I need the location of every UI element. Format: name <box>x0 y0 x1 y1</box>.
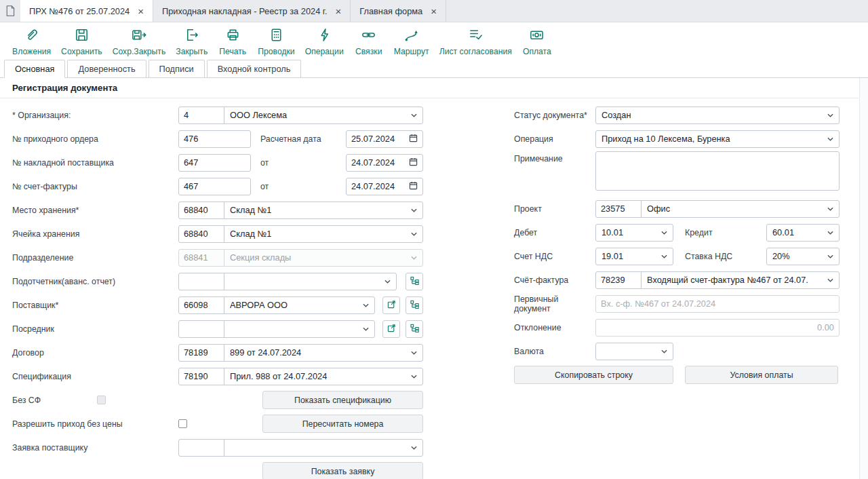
links-button[interactable]: Связки <box>354 27 384 56</box>
close-tab-icon[interactable]: × <box>335 6 341 16</box>
print-button[interactable]: Печать <box>218 27 248 56</box>
contract-code-input[interactable] <box>178 344 224 362</box>
approval-sheet-button[interactable]: Лист согласования <box>439 27 512 56</box>
department-value: Секция склады <box>230 252 407 263</box>
order-no-input[interactable] <box>178 130 251 148</box>
tab-main[interactable]: Основная <box>4 60 65 78</box>
recalculate-numbers-button[interactable]: Пересчитать номера <box>262 415 423 433</box>
specification-label: Спецификация <box>12 372 178 381</box>
supplier-request-code-input[interactable] <box>178 439 224 457</box>
vat-account-select[interactable]: 19.01 <box>595 248 673 265</box>
storage-cell-label: Ячейка хранения <box>12 229 178 239</box>
accountable-tree-button[interactable] <box>406 273 423 290</box>
supplier-open-button[interactable] <box>382 296 400 314</box>
route-button[interactable]: Маршрут <box>394 27 429 56</box>
field-row-contract: Договор 899 от 24.07.2024 <box>12 341 423 364</box>
operations-button[interactable]: Операции <box>305 27 344 56</box>
note-textarea[interactable] <box>595 151 840 191</box>
intermediary-open-button[interactable] <box>382 320 400 338</box>
supplier-invoice-no-input[interactable] <box>178 154 251 172</box>
organization-select[interactable]: ООО Лексема <box>224 107 423 124</box>
row-show-request: Показать заявку <box>12 459 423 479</box>
tab-signatures[interactable]: Подписи <box>149 60 205 77</box>
storage-cell-code-input[interactable] <box>178 225 224 243</box>
form-right-column: Статус документа* Создан Операция Приход… <box>514 103 840 387</box>
debit-select[interactable]: 10.01 <box>595 224 673 242</box>
postings-button[interactable]: Проводки <box>258 27 294 56</box>
vat-rate-select[interactable]: 20% <box>766 248 840 265</box>
tree-icon <box>410 299 419 311</box>
operation-value: Приход на 10 Лексема, Буренка <box>601 134 823 144</box>
save-close-button[interactable]: Сохр.Закрыть <box>113 27 166 56</box>
status-select[interactable]: Создан <box>595 107 840 124</box>
tree-icon <box>410 275 419 288</box>
copy-row-button[interactable]: Скопировать строку <box>514 366 673 384</box>
project-code-input[interactable] <box>595 200 642 218</box>
close-button[interactable]: Закрыть <box>176 27 208 56</box>
show-request-button[interactable]: Показать заявку <box>262 462 423 479</box>
specification-code-input[interactable] <box>178 368 224 385</box>
project-value: Офис <box>647 204 823 214</box>
chevron-down-icon <box>661 349 667 353</box>
credit-select[interactable]: 60.01 <box>766 224 840 242</box>
supplier-select[interactable]: АВРОРА ООО <box>224 296 375 314</box>
intermediary-tree-button[interactable] <box>406 320 423 338</box>
save-button[interactable]: Сохранить <box>61 27 102 56</box>
attachments-button[interactable]: Вложения <box>12 27 51 56</box>
print-label: Печать <box>219 47 246 56</box>
accountable-code-input[interactable] <box>178 273 224 290</box>
storage-cell-select[interactable]: Склад №1 <box>224 225 423 243</box>
primary-doc-input <box>595 295 840 313</box>
order-no-label: № приходного ордера <box>12 134 178 144</box>
invoice-doc-code-input[interactable] <box>595 271 642 289</box>
intermediary-code-input[interactable] <box>178 320 224 338</box>
vertical-scrollbar[interactable] <box>859 78 868 479</box>
invoice-date-input[interactable]: 24.07.2024 <box>346 178 423 195</box>
payment-button[interactable]: Оплата <box>522 27 552 56</box>
field-row-no-sf: Без СФ Показать спецификацию <box>12 388 423 412</box>
field-row-debit-credit: Дебет 10.01 Кредит 60.01 <box>514 221 840 244</box>
invoice-doc-select[interactable]: Входящий счет-фактура №467 от 24.07. <box>641 271 840 289</box>
accountable-select[interactable] <box>224 273 397 290</box>
open-document-icon <box>387 323 396 335</box>
currency-select[interactable] <box>595 343 673 360</box>
payment-terms-button[interactable]: Условия оплаты <box>685 366 838 384</box>
operation-select[interactable]: Приход на 10 Лексема, Буренка <box>595 130 840 148</box>
department-code-input <box>178 249 224 267</box>
field-row-invoice-no: № счет-фактуры от 24.07.2024 <box>12 174 423 198</box>
tab-power-of-attorney[interactable]: Доверенность <box>67 60 146 77</box>
window-tab-registry[interactable]: Приходная накладная - Реестр за 2024 г. … <box>153 0 351 22</box>
credit-value: 60.01 <box>772 227 823 237</box>
window-tab-mainform[interactable]: Главная форма × <box>351 0 446 22</box>
invoice-no-input[interactable] <box>178 178 251 195</box>
project-select[interactable]: Офис <box>641 200 840 218</box>
storage-place-select[interactable]: Склад №1 <box>224 202 423 219</box>
supplier-label: Поставщик* <box>12 301 178 310</box>
window-tab-document[interactable]: ПРХ №476 от 25.07.2024 × <box>20 0 153 22</box>
chevron-down-icon <box>827 113 833 117</box>
banknote-icon <box>529 27 545 45</box>
supplier-invoice-date-input[interactable]: 24.07.2024 <box>346 154 423 172</box>
field-row-supplier-invoice-no: № накладной поставщика от 24.07.2024 <box>12 151 423 174</box>
supplier-request-select[interactable] <box>224 439 423 457</box>
field-row-invoice-doc: Счёт-фактура Входящий счет-фактура №467 … <box>514 268 840 292</box>
supplier-tree-button[interactable] <box>406 296 423 314</box>
contract-label: Договор <box>12 348 178 358</box>
postings-label: Проводки <box>258 47 294 56</box>
specification-select[interactable]: Прил. 988 от 24.07.2024 <box>224 368 423 385</box>
organization-code-input[interactable] <box>178 107 224 124</box>
no-sf-label: Без СФ <box>12 396 97 405</box>
contract-select[interactable]: 899 от 24.07.2024 <box>224 344 423 362</box>
close-tab-icon[interactable]: × <box>138 6 144 16</box>
tab-input-control[interactable]: Входной контроль <box>207 60 302 77</box>
allow-no-price-checkbox[interactable] <box>178 419 187 428</box>
chevron-down-icon <box>661 231 667 235</box>
exit-door-icon <box>184 27 199 45</box>
supplier-code-input[interactable] <box>178 296 224 314</box>
settlement-date-input[interactable]: 25.07.2024 <box>346 130 423 148</box>
close-tab-icon[interactable]: × <box>431 6 437 16</box>
intermediary-select[interactable] <box>224 320 375 338</box>
section-header: Регистрация документа <box>0 78 859 98</box>
show-specification-button[interactable]: Показать спецификацию <box>262 391 423 409</box>
storage-place-code-input[interactable] <box>178 202 224 219</box>
